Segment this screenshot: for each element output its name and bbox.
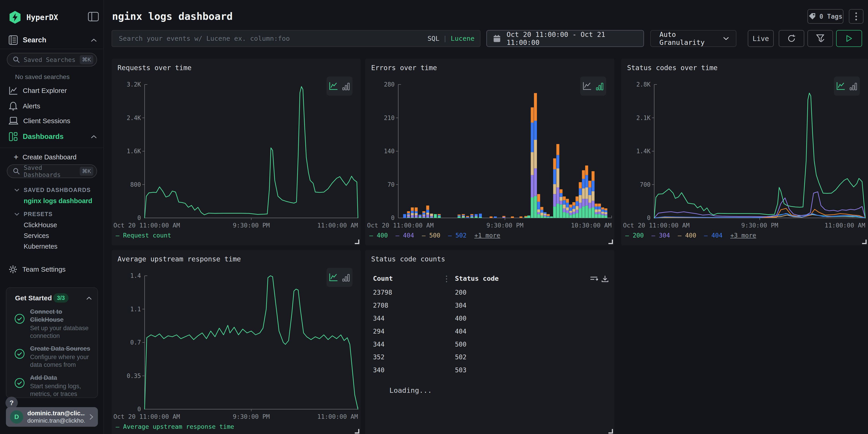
sidebar-item-services[interactable]: Services [24, 232, 49, 240]
create-dashboard-button[interactable]: + Create Dashboard [14, 153, 76, 161]
table-cell[interactable]: 2708 [373, 302, 388, 309]
sidebar-item-team-settings[interactable]: Team Settings [9, 265, 66, 274]
legend-item[interactable]: — Request count [116, 232, 171, 239]
refresh-button[interactable] [779, 30, 804, 47]
svg-text:2.8K: 2.8K [636, 81, 651, 88]
presets-group[interactable]: PRESETS [14, 211, 53, 217]
user-account-button[interactable]: D dominic.tran@clic... dominic.tran@clic… [6, 407, 98, 427]
chart-legend[interactable]: — 400— 404— 500— 502+1 more [369, 232, 500, 239]
run-query-button[interactable] [836, 30, 862, 47]
svg-text:140: 140 [384, 148, 395, 155]
svg-text:280: 280 [384, 81, 395, 88]
table-cell[interactable]: 400 [455, 315, 467, 322]
sidebar-item-dashboards[interactable]: Dashboards [9, 132, 64, 142]
chart-plot[interactable]: 00.350.71.11.4 [112, 272, 361, 410]
divider [0, 148, 104, 148]
get-started-card: Get Started 3/3 Connect to ClickHouse Se… [6, 287, 98, 398]
get-started-item[interactable]: Create Data Sources Configure where your… [14, 345, 92, 369]
table-cell[interactable]: 344 [373, 315, 384, 322]
resize-handle[interactable] [355, 240, 359, 244]
search-placeholder: Search your events w/ Lucene ex. column:… [119, 35, 427, 42]
kebab-menu-button[interactable] [849, 9, 863, 24]
x-axis-label: Oct 20 11:00:00 AM [367, 222, 434, 229]
table-cell[interactable]: 340 [373, 366, 384, 374]
x-axis-label: Oct 20 11:00:00 AM [114, 222, 180, 229]
get-started-badge: 3/3 [53, 293, 68, 303]
sidebar-item-client-sessions[interactable]: Client Sessions [9, 117, 70, 125]
column-header-status-code[interactable]: Status code [455, 275, 499, 282]
panel-status-codes-over-time: Status codes over time 07001.4K2.1K2.8K … [621, 59, 868, 245]
table-cell[interactable]: 503 [455, 366, 467, 374]
chevron-up-icon[interactable] [91, 38, 97, 42]
chart-plot[interactable]: 070140210280 [365, 81, 614, 219]
table-cell[interactable]: 500 [455, 341, 467, 348]
avatar: D [10, 410, 23, 424]
event-search-input[interactable]: Search your events w/ Lucene ex. column:… [112, 30, 480, 47]
date-range-input[interactable]: Oct 20 11:00:00 - Oct 21 11:00:00 [486, 30, 644, 47]
legend-item[interactable]: — Average upstream response time [116, 423, 234, 430]
filter-button[interactable] [807, 30, 833, 47]
legend-item[interactable]: — 500 [422, 232, 440, 239]
sidebar-collapse-icon[interactable] [88, 12, 99, 22]
granularity-select[interactable]: Auto Granularity [650, 30, 736, 47]
live-button[interactable]: Live [748, 30, 774, 47]
chart-explorer-icon [9, 86, 18, 95]
column-header-count[interactable]: Count [373, 275, 393, 282]
no-saved-searches-text: No saved searches [15, 73, 70, 81]
svg-text:1.4: 1.4 [130, 272, 141, 279]
chevron-up-icon[interactable] [86, 297, 92, 300]
chart-legend[interactable]: — 200— 304— 400— 404+3 more [625, 232, 756, 239]
resize-handle[interactable] [609, 240, 613, 244]
legend-item[interactable]: — 400 [678, 232, 696, 239]
chevron-up-icon[interactable] [91, 135, 97, 139]
legend-item[interactable]: — 200 [625, 232, 644, 239]
table-cell[interactable]: 200 [455, 289, 467, 296]
svg-text:700: 700 [640, 181, 651, 188]
sidebar-item-nginx-dashboard[interactable]: nginx logs dashboard [24, 197, 92, 205]
panel-average-upstream-response-time: Average upstream response time 00.350.71… [112, 250, 361, 434]
download-icon[interactable] [601, 275, 609, 283]
sidebar-item-alerts[interactable]: Alerts [9, 101, 40, 111]
get-started-item[interactable]: Connect to ClickHouse Set up your databa… [14, 308, 92, 340]
lucene-toggle[interactable]: Lucene [451, 35, 474, 42]
resize-handle[interactable] [609, 429, 613, 434]
get-started-item-desc: Configure where your data comes from [30, 353, 92, 369]
filter-rows-icon[interactable] [590, 276, 598, 282]
legend-more-link[interactable]: +1 more [474, 232, 500, 239]
table-cell[interactable]: 404 [455, 328, 467, 335]
get-started-item-desc: Start sending logs, metrics, or traces [30, 382, 92, 398]
legend-item[interactable]: — 404 [396, 232, 414, 239]
table-cell[interactable]: 304 [455, 302, 467, 309]
table-cell[interactable]: 352 [373, 353, 384, 361]
table-cell[interactable]: 23798 [373, 289, 392, 296]
table-cell[interactable]: 294 [373, 328, 384, 335]
tags-button[interactable]: 0 Tags [807, 9, 843, 24]
sidebar-item-clickhouse[interactable]: ClickHouse [24, 221, 57, 229]
legend-item[interactable]: — 502 [448, 232, 467, 239]
sidebar-item-search[interactable]: Search [9, 35, 95, 45]
resize-handle[interactable] [355, 429, 359, 434]
legend-item[interactable]: — 404 [704, 232, 722, 239]
table-cell[interactable]: 344 [373, 341, 384, 348]
chart-legend[interactable]: — Request count [116, 232, 171, 239]
sql-toggle[interactable]: SQL [427, 35, 439, 42]
legend-item[interactable]: — 304 [651, 232, 670, 239]
svg-text:1.6K: 1.6K [127, 148, 141, 155]
sidebar-item-kubernetes[interactable]: Kubernetes [24, 243, 57, 250]
group-label: SAVED DASHBOARDS [24, 187, 91, 193]
resize-handle[interactable] [862, 240, 867, 244]
saved-dashboards-group[interactable]: SAVED DASHBOARDS [14, 187, 91, 193]
legend-more-link[interactable]: +3 more [730, 232, 756, 239]
svg-text:0: 0 [137, 215, 141, 221]
get-started-item-title: Connect to ClickHouse [30, 308, 92, 324]
chart-legend[interactable]: — Average upstream response time [116, 423, 234, 430]
table-cell[interactable]: 502 [455, 353, 467, 361]
chart-plot[interactable]: 08001.6K2.4K3.2K [112, 81, 361, 219]
saved-searches-input[interactable]: Saved Searches ⌘K [7, 53, 97, 66]
sidebar-item-chart-explorer[interactable]: Chart Explorer [9, 86, 67, 95]
get-started-item[interactable]: Add Data Start sending logs, metrics, or… [14, 374, 92, 398]
chart-plot[interactable]: 07001.4K2.1K2.8K [621, 81, 868, 219]
legend-item[interactable]: — 400 [369, 232, 388, 239]
saved-dashboards-input[interactable]: Saved Dashboards ⌘K [7, 164, 97, 178]
column-drag-handle[interactable] [446, 275, 447, 283]
